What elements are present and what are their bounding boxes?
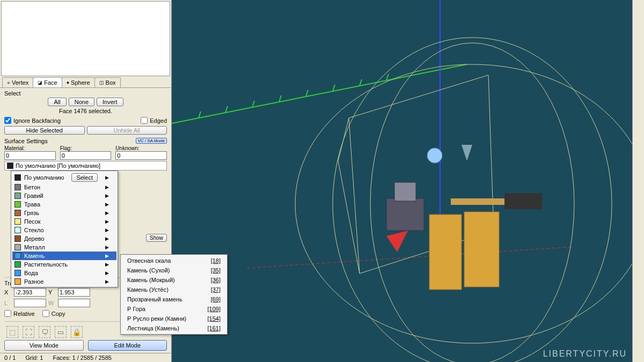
- material-menu-label: Разное: [24, 278, 43, 285]
- material-menu-label: Гравий: [24, 193, 43, 199]
- stone-submenu-item[interactable]: Р Русло реки (Камни)[154]: [122, 314, 226, 323]
- tool-crop-icon[interactable]: ⛶: [23, 326, 34, 338]
- material-menu-item[interactable]: Камень▶: [12, 252, 116, 260]
- stone-submenu-item[interactable]: Р Гора[109]: [122, 304, 226, 314]
- submenu-value: [109]: [208, 306, 221, 312]
- swatch-icon: [14, 261, 21, 268]
- w-label: W: [48, 300, 56, 306]
- select-invert-button[interactable]: Invert: [97, 98, 123, 106]
- material-menu-label: Песок: [24, 218, 41, 225]
- flag-field[interactable]: [60, 151, 112, 160]
- submenu-value: [69]: [211, 296, 221, 302]
- flag-label: Flag:: [60, 145, 112, 151]
- material-menu-item[interactable]: Гравий▶: [12, 191, 116, 200]
- swatch-icon: [14, 253, 21, 259]
- w-field[interactable]: [58, 299, 90, 307]
- status-grid: Grid: 1: [25, 354, 43, 361]
- submenu-value: [18]: [211, 257, 221, 264]
- material-menu-label: Растительность: [24, 261, 68, 268]
- material-menu-item[interactable]: Вода▶: [12, 269, 116, 277]
- selection-status: Face 1476 selected.: [4, 108, 167, 114]
- svg-point-21: [427, 148, 442, 163]
- material-menu-item[interactable]: Металл▶: [12, 243, 116, 252]
- swatch-icon: [14, 193, 21, 199]
- material-menu-item[interactable]: Трава▶: [12, 200, 116, 209]
- svg-rect-22: [504, 193, 542, 209]
- submenu-label: Лестница (Камень): [127, 325, 179, 331]
- tool-camera-icon[interactable]: ▭: [55, 326, 67, 338]
- copy-checkbox[interactable]: Copy: [42, 310, 65, 317]
- viewport-3d[interactable]: LIBERTYCITY.RU: [172, 0, 632, 362]
- svg-line-8: [386, 74, 389, 80]
- submenu-label: Камень (Устёс): [127, 286, 169, 293]
- material-menu-item[interactable]: Песок▶: [12, 217, 116, 226]
- status-faces: Faces: 1 / 2585 / 2585: [53, 354, 111, 361]
- tab-face[interactable]: ◪Face: [33, 77, 62, 87]
- select-none-button[interactable]: None: [69, 98, 94, 106]
- material-label: Material:: [4, 145, 56, 151]
- select-all-button[interactable]: All: [48, 98, 66, 106]
- material-menu-item[interactable]: Грязь▶: [12, 209, 116, 217]
- stone-submenu-item[interactable]: Камень (Мокрый)[36]: [122, 275, 226, 285]
- submenu-label: Отвесная скала: [127, 257, 171, 264]
- tab-box[interactable]: ◫Box: [94, 77, 121, 87]
- tab-vertex[interactable]: ⟡Vertex: [2, 77, 33, 87]
- material-menu-item[interactable]: По умолчаниюSelect▶: [12, 172, 116, 183]
- swatch-icon: [14, 244, 21, 250]
- svg-line-7: [360, 79, 362, 86]
- surface-label: Surface Settings: [4, 138, 48, 144]
- material-menu-item[interactable]: Стекло▶: [12, 226, 116, 234]
- face-icon: ◪: [38, 80, 42, 85]
- stone-submenu-item[interactable]: Отвесная скала[18]: [122, 256, 226, 265]
- default-material-bar[interactable]: По умолчанию [По умолчанию]: [4, 161, 167, 171]
- x-field[interactable]: [14, 288, 46, 297]
- hide-selected-button[interactable]: Hide Selected: [4, 126, 85, 135]
- material-menu-label: Бетон: [24, 184, 40, 190]
- material-menu-label: Трава: [24, 201, 40, 208]
- l-field[interactable]: [14, 299, 46, 307]
- stone-submenu-item[interactable]: Лестница (Камень)[161]: [122, 323, 226, 333]
- stone-submenu-item[interactable]: Камень (Устёс)[37]: [122, 285, 226, 294]
- preview-area: [1, 1, 170, 76]
- tool-select-icon[interactable]: ⬚: [6, 326, 18, 338]
- submenu-arrow-icon: ▶: [105, 184, 109, 190]
- submenu-value: [36]: [211, 277, 221, 283]
- tool-tree-icon[interactable]: 🗨: [39, 326, 50, 338]
- material-menu-item[interactable]: Разное▶: [12, 277, 116, 286]
- submenu-arrow-icon: ▶: [105, 202, 109, 207]
- svg-line-6: [333, 85, 335, 91]
- edit-mode-button[interactable]: Edit Mode: [88, 340, 167, 351]
- vc-mode-badge[interactable]: VC / SA Mode: [136, 138, 167, 144]
- submenu-arrow-icon: ▶: [105, 210, 109, 216]
- view-mode-button[interactable]: View Mode: [4, 340, 84, 351]
- y-field[interactable]: [58, 288, 90, 297]
- tab-sphere-label: Sphere: [71, 79, 90, 86]
- material-menu-item[interactable]: Бетон▶: [12, 183, 116, 191]
- material-menu-item[interactable]: Растительность▶: [12, 260, 116, 269]
- stone-submenu-item[interactable]: Прозрачный камень[69]: [122, 294, 226, 304]
- submenu-label: Р Гора: [127, 306, 145, 312]
- right-scroll-strip: [632, 0, 644, 362]
- stone-submenu-item[interactable]: Камень (Сухой)[35]: [122, 265, 226, 275]
- svg-rect-18: [429, 215, 462, 290]
- submenu-value: [37]: [211, 286, 221, 293]
- material-field[interactable]: [4, 151, 56, 160]
- statusbar: 0 / 1 Grid: 1 Faces: 1 / 2585 / 2585: [0, 353, 171, 362]
- tool-lock-icon[interactable]: 🔒: [71, 326, 83, 338]
- show-button[interactable]: Show: [146, 234, 167, 242]
- svg-line-2: [225, 106, 228, 113]
- copy-label: Copy: [52, 311, 65, 317]
- submenu-label: Камень (Сухой): [127, 267, 170, 274]
- swatch-icon: [14, 184, 21, 190]
- svg-line-4: [279, 95, 281, 102]
- menu-select-button[interactable]: Select: [71, 173, 98, 182]
- edged-checkbox[interactable]: Edged: [141, 117, 167, 124]
- svg-line-3: [252, 101, 254, 107]
- unknown-field[interactable]: [115, 151, 167, 160]
- tab-sphere[interactable]: ●Sphere: [62, 77, 95, 87]
- relative-checkbox[interactable]: Relative: [4, 310, 35, 317]
- submenu-value: [35]: [211, 267, 221, 274]
- ignore-backfacing-checkbox[interactable]: Ignore Backfacing: [4, 117, 61, 124]
- unhide-all-button[interactable]: Unhide All: [87, 126, 167, 135]
- material-menu-item[interactable]: Дерево▶: [12, 234, 116, 243]
